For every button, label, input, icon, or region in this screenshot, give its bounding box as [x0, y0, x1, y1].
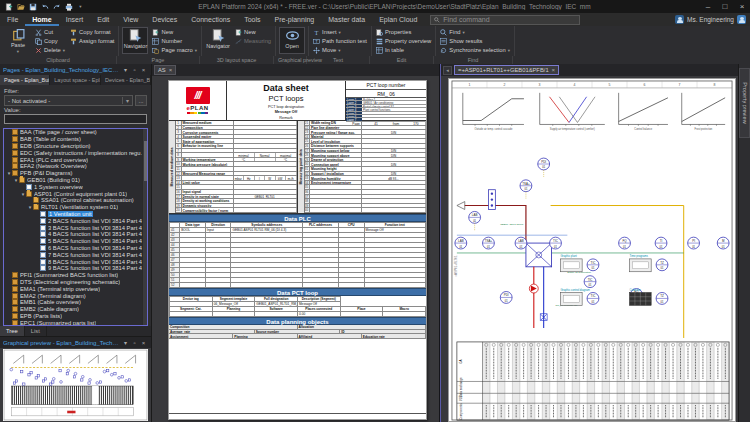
find-button[interactable]: Find▾ — [439, 28, 511, 36]
tree-item[interactable]: 2 BACS function list VDI 3814 Part 4.3 — [4, 217, 147, 224]
right-document-tab[interactable]: =+ASP01+RLT01++GEB01&PFB/1 × — [454, 65, 559, 75]
tree-item[interactable]: EFA2 (Network Overview) — [4, 163, 147, 170]
path-function-text-button[interactable]: TPath function text — [312, 37, 368, 45]
tree-item[interactable]: 1 Ventilation unit — [4, 211, 147, 218]
maximize-button[interactable]: □ — [717, 1, 733, 13]
close-button[interactable]: × — [734, 1, 750, 13]
tree-item[interactable]: EMA1 (Terminal strip overview) — [4, 285, 147, 292]
ribbon-tab-eplan-cloud[interactable]: Eplan Cloud — [372, 13, 424, 26]
tree-item[interactable]: BAA (Title page / cover sheet) — [4, 129, 147, 136]
navigator-button[interactable]: Navigator — [122, 27, 148, 54]
ribbon-tab-insert[interactable]: Insert — [59, 13, 91, 26]
ribbon-tab-home[interactable]: Home — [25, 13, 58, 26]
close-tab-icon[interactable]: × — [169, 67, 173, 73]
undo-button[interactable] — [40, 2, 49, 11]
minimize-button[interactable]: – — [700, 1, 716, 13]
ribbon-tab-edit[interactable]: Edit — [90, 13, 116, 26]
tree-item[interactable]: 8 BACS function list VDI 3814 Part 4.3 — [4, 258, 147, 265]
copy-button[interactable]: Copy — [34, 37, 66, 45]
panel-menu-icon[interactable]: ▾ — [121, 66, 130, 73]
tree-item[interactable]: SSA01 (Control cabinet automation) — [4, 197, 147, 204]
tree-item[interactable]: PFI1 (Summarized BACS function list) — [4, 272, 147, 279]
property-overview-button[interactable]: Property overview — [375, 37, 432, 45]
tree-item[interactable]: EPC1 (Summarized parts list) — [4, 319, 147, 326]
ribbon-tab-file[interactable]: File — [0, 13, 25, 26]
tree-item[interactable]: EMB1 (Cable overview) — [4, 299, 147, 306]
new-button[interactable]: New — [234, 28, 272, 36]
pid-schematic-page[interactable]: 12345678=ASP01+RLT01Outside air temp. co… — [448, 78, 736, 422]
ribbon-tab-pre-planning[interactable]: Pre-planning — [268, 13, 322, 26]
tree-item[interactable]: EPB (Parts lists) — [4, 313, 147, 320]
tree-item[interactable]: 5 BACS function list VDI 3814 Part 4.3 — [4, 238, 147, 245]
redo-button[interactable] — [52, 2, 61, 11]
qat-more-icon[interactable]: ▾ — [76, 2, 85, 11]
tree-item[interactable]: 9 BACS function list VDI 3814 Part 4.3 — [4, 265, 147, 272]
paste-button[interactable]: Paste▾ — [5, 27, 31, 54]
data-sheet-page[interactable]: ePLAN Data sheet PCT loops PCT loop desi… — [168, 80, 427, 420]
tree-item[interactable]: EMA2 (Terminal diagram) — [4, 292, 147, 299]
show-results-button[interactable]: Show results — [439, 37, 511, 45]
in-table-button[interactable]: In table — [375, 46, 432, 54]
new-button[interactable]: New — [151, 28, 198, 36]
ribbon-tab-master-data[interactable]: Master data — [321, 13, 372, 26]
tree-item[interactable]: ▾RLT01 (Ventilation system 01) — [4, 204, 147, 211]
tree-item[interactable]: 1 System overview — [4, 183, 147, 190]
copy-format-button[interactable]: Copy format — [69, 28, 115, 36]
cut-button[interactable]: Cut — [34, 28, 66, 36]
filter-browse-button[interactable]: ... — [135, 95, 147, 106]
open-button[interactable]: Open — [279, 27, 305, 54]
tree-item[interactable]: EFA1 (PLC card overview) — [4, 156, 147, 163]
find-command-box[interactable]: Find command — [430, 15, 580, 25]
property-preview-tab[interactable]: Property preview — [739, 68, 750, 138]
preview-thumbnail[interactable] — [0, 348, 151, 422]
filter-select[interactable]: - Not activated - ▾ — [4, 95, 133, 106]
user-area[interactable]: Ms. Engineering — [675, 15, 750, 24]
tree-item[interactable]: DTS (Electrical engineering schematic) — [4, 279, 147, 286]
panel-menu-icon[interactable]: ▾ — [121, 339, 130, 346]
properties-button[interactable]: Properties — [375, 28, 432, 36]
panel-tab-0[interactable]: Pages - Eplan_Buildin... — [0, 75, 50, 85]
tree-item[interactable]: EMB2 (Cable diagram) — [4, 306, 147, 313]
navigator-button[interactable]: Navigator — [205, 27, 231, 54]
move-button[interactable]: Move▾ — [312, 46, 368, 54]
tree-item[interactable]: 3 BACS function list VDI 3814 Part 4.3 — [4, 224, 147, 231]
tree-item[interactable]: BAB (Table of contents) — [4, 136, 147, 143]
tab-tree[interactable]: Tree — [0, 326, 25, 336]
center-document-tab[interactable]: AS × — [154, 65, 176, 75]
pages-tree[interactable]: BAA (Title page / cover sheet)BAB (Table… — [3, 128, 148, 326]
panel-tab-2[interactable]: Devices - Eplan_Build... — [101, 75, 151, 85]
panel-float-icon[interactable]: ▫ — [130, 340, 139, 346]
ribbon-tab-view[interactable]: View — [116, 13, 145, 26]
panel-tab-1[interactable]: Layout space - Eplan_... — [50, 75, 101, 85]
tree-item[interactable]: 4 BACS function list VDI 3814 Part 4.3 — [4, 231, 147, 238]
new-button[interactable] — [4, 2, 13, 11]
assign-format-button[interactable]: Assign format — [69, 37, 115, 45]
close-tab-icon[interactable]: × — [552, 67, 556, 73]
tree-item[interactable]: 7 BACS function list VDI 3814 Part 4.3 — [4, 251, 147, 258]
page-macro-button[interactable]: Page macro▾ — [151, 46, 198, 54]
tree-item[interactable]: ▾GEB01 (Building 01) — [4, 177, 147, 184]
ribbon-tab-connections[interactable]: Connections — [184, 13, 237, 26]
tree-item[interactable]: 6 BACS function list VDI 3814 Part 4.3 — [4, 245, 147, 252]
tree-item[interactable]: ▾ASP01 (Control equipment plant 01) — [4, 190, 147, 197]
delete-button[interactable]: Delete▾ — [34, 46, 66, 54]
synchronize-selection-button[interactable]: Synchronize selection▾ — [439, 46, 511, 54]
ribbon-tab-tools[interactable]: Tools — [237, 13, 267, 26]
tree-item[interactable]: EDC (Safety instructions / implementatio… — [4, 149, 147, 156]
panel-close-icon[interactable]: × — [139, 340, 148, 346]
print-button[interactable] — [64, 2, 73, 11]
panel-close-icon[interactable]: × — [139, 67, 148, 73]
ribbon-tab-devices[interactable]: Devices — [145, 13, 184, 26]
number-button[interactable]: Number — [151, 37, 198, 45]
tree-scrollbar[interactable] — [142, 129, 147, 325]
tab-list[interactable]: List — [25, 326, 47, 336]
right-workspace[interactable]: 12345678=ASP01+RLT01Outside air temp. co… — [441, 76, 738, 422]
value-input[interactable] — [4, 114, 147, 124]
panel-float-icon[interactable]: ▫ — [130, 67, 139, 73]
tree-item[interactable]: EDB (Structure description) — [4, 143, 147, 150]
save-button[interactable] — [28, 2, 37, 11]
center-workspace[interactable]: ePLAN Data sheet PCT loops PCT loop desi… — [152, 76, 439, 422]
open-button[interactable] — [16, 2, 25, 11]
insert-button[interactable]: TInsert▾ — [312, 28, 368, 36]
tab-scroll-left-icon[interactable]: ◂ — [443, 66, 452, 75]
